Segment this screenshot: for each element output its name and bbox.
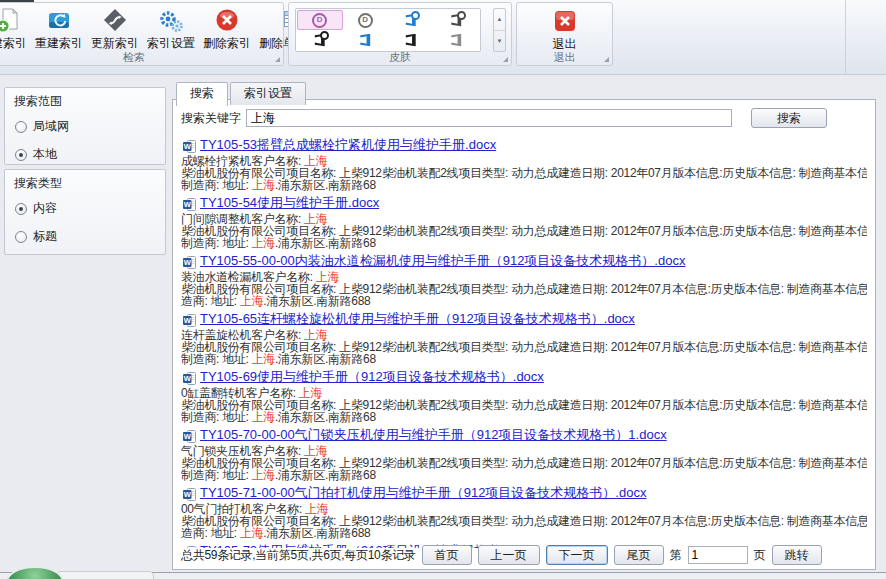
result-link[interactable]: TY105-71-00-00气门拍打机使用与维护手册（912项目设备技术规格书）… — [200, 484, 646, 502]
result-snippet-line: 造商: 地址: 上海.浦东新区.南新路688 — [181, 527, 867, 539]
search-scope-group: 搜索范围 局域网本地 — [4, 87, 166, 165]
first-page-button[interactable]: 首页 — [422, 545, 472, 565]
skin-gallery: DD — [295, 8, 481, 52]
index-settings-icon — [157, 6, 185, 34]
index-settings-label: 索引设置 — [147, 35, 195, 52]
word-document-icon: W — [183, 197, 196, 210]
search-panel: 搜索关键字 搜索 WTY105-53摇臂总成螺栓拧紧机使用与维护手册.docx成… — [172, 99, 876, 570]
result-link[interactable]: TY105-69使用与维护手册（912项目设备技术规格书）.docx — [200, 368, 544, 386]
update-index-icon — [101, 6, 129, 34]
word-document-icon: W — [183, 313, 196, 326]
ribbon-group-skin: DD ▲ ▼ 皮肤 — [288, 2, 512, 66]
update-index-button[interactable]: 更新索引 — [87, 5, 143, 53]
delete-index-button[interactable]: 删除索引 — [199, 5, 255, 53]
result-title-row: WTY105-53摇臂总成螺栓拧紧机使用与维护手册.docx — [181, 137, 867, 153]
dialog-launcher-icon[interactable] — [503, 57, 508, 62]
tab-index-settings[interactable]: 索引设置 — [230, 82, 306, 105]
skin-circle-purple[interactable]: D — [297, 10, 343, 30]
radio-option[interactable]: 局域网 — [15, 118, 156, 135]
skin-office-gray[interactable] — [434, 30, 480, 50]
page-number-input[interactable] — [688, 546, 748, 564]
create-index-button[interactable]: 建索引 — [0, 5, 31, 53]
result-snippet-line: 装油水道检漏机客户名称: 上海 — [181, 271, 867, 283]
records-summary: 总共59条记录,当前第5页,共6页,每页10条记录 — [181, 547, 416, 564]
radio-option[interactable]: 标题 — [15, 228, 156, 245]
delete-index-label: 删除索引 — [203, 35, 251, 52]
page-prefix-label: 第 — [670, 547, 682, 564]
index-settings-button[interactable]: 索引设置 — [143, 5, 199, 53]
search-results: WTY105-53摇臂总成螺栓拧紧机使用与维护手册.docx成螺栓拧紧机客户名称… — [181, 134, 867, 548]
result-item: WTY105-65连杆螺栓旋松机使用与维护手册（912项目设备技术规格书）.do… — [181, 311, 867, 365]
radio-option[interactable]: 内容 — [15, 200, 156, 217]
search-keyword-label: 搜索关键字 — [181, 110, 241, 127]
group-label-skin: 皮肤 — [389, 51, 411, 63]
page-suffix-label: 页 — [754, 547, 766, 564]
delete-index-icon — [213, 6, 241, 34]
dialog-launcher-icon[interactable] — [604, 57, 609, 62]
radio-checked-icon — [15, 203, 27, 215]
search-button[interactable]: 搜索 — [751, 108, 827, 128]
skin-circle-purple-icon: D — [312, 13, 327, 28]
result-title-row: WTY105-71-00-00气门拍打机使用与维护手册（912项目设备技术规格书… — [181, 485, 867, 501]
result-snippet-line: 门间隙调整机客户名称: 上海 — [181, 213, 867, 225]
radio-option-label: 内容 — [33, 200, 57, 217]
radio-checked-icon — [15, 149, 27, 161]
result-link[interactable]: TY105-54使用与维护手册.docx — [200, 194, 379, 212]
dialog-launcher-icon[interactable] — [275, 57, 280, 62]
radio-unchecked-icon — [15, 121, 27, 133]
gallery-scroll-up-icon[interactable]: ▲ — [494, 9, 505, 30]
gallery-scroll-down-icon[interactable]: ▼ — [494, 30, 505, 52]
goto-page-button[interactable]: 跳转 — [772, 545, 822, 565]
radio-option-label: 标题 — [33, 228, 57, 245]
result-snippet-line: 制造商: 地址: 上海.浦东新区.南新路68 — [181, 179, 867, 191]
word-document-icon: W — [183, 139, 196, 152]
skin-office-blue[interactable] — [343, 30, 389, 50]
result-title-row: WTY105-65连杆螺栓旋松机使用与维护手册（912项目设备技术规格书）.do… — [181, 311, 867, 327]
radio-option[interactable]: 本地 — [15, 146, 156, 163]
skin-office-blue-clock-icon — [403, 13, 418, 28]
search-bar: 搜索关键字 搜索 — [181, 108, 867, 128]
ribbon-toolbar: 建索引 重建索引 更新索引 索引设置 — [0, 0, 886, 75]
search-type-title: 搜索类型 — [5, 170, 165, 194]
result-snippet-line: 柴油机股份有限公司项目名称: 上柴912柴油机装配2线项目类型: 动力总成建造日… — [181, 283, 867, 295]
result-snippet-line: 制造商: 地址: 上海.浦东新区.南新路68 — [181, 237, 867, 249]
svg-text:W: W — [184, 432, 192, 441]
result-item: WTY105-54使用与维护手册.docx门间隙调整机客户名称: 上海柴油机股份… — [181, 195, 867, 249]
skin-office-black[interactable] — [388, 30, 434, 50]
result-snippet-line: 柴油机股份有限公司项目名称: 上柴912柴油机装配2线项目类型: 动力总成建造日… — [181, 457, 867, 469]
main-tabs: 搜索 索引设置 — [176, 82, 306, 105]
next-page-button[interactable]: 下一页 — [546, 545, 608, 565]
result-item: WTY105-53摇臂总成螺栓拧紧机使用与维护手册.docx成螺栓拧紧机客户名称… — [181, 137, 867, 191]
result-item: WTY105-71-00-00气门拍打机使用与维护手册（912项目设备技术规格书… — [181, 485, 867, 539]
ribbon-right-divider — [845, 0, 846, 74]
skin-circle-gray[interactable]: D — [343, 10, 389, 30]
svg-text:W: W — [184, 316, 192, 325]
skin-office-blue-icon — [358, 33, 373, 48]
result-snippet-line: 柴油机股份有限公司项目名称: 上柴912柴油机装配2线项目类型: 动力总成建造日… — [181, 167, 867, 179]
search-keyword-input[interactable] — [246, 109, 732, 127]
result-link[interactable]: TY105-53摇臂总成螺栓拧紧机使用与维护手册.docx — [200, 136, 496, 154]
result-snippet-line: 制造商: 地址: 上海.浦东新区.南新路68 — [181, 353, 867, 365]
svg-text:W: W — [184, 200, 192, 209]
ribbon-group-exit: 退出 退出 — [516, 2, 613, 66]
search-type-options: 内容标题 — [5, 194, 165, 262]
update-index-label: 更新索引 — [91, 35, 139, 52]
create-index-label: 建索引 — [0, 35, 27, 52]
result-link[interactable]: TY105-65连杆螺栓旋松机使用与维护手册（912项目设备技术规格书）.doc… — [200, 310, 635, 328]
tab-search[interactable]: 搜索 — [176, 82, 228, 106]
result-title-row: WTY105-55-00-00内装油水道检漏机使用与维护手册（912项目设备技术… — [181, 253, 867, 269]
skin-office-dark-clock[interactable] — [434, 10, 480, 30]
prev-page-button[interactable]: 上一页 — [478, 545, 540, 565]
skin-office-black-clock[interactable] — [297, 30, 343, 50]
last-page-button[interactable]: 尾页 — [614, 545, 664, 565]
result-snippet-line: 制造商: 地址: 上海.浦东新区.南新路68 — [181, 469, 867, 481]
skin-office-blue-clock[interactable] — [388, 10, 434, 30]
rebuild-index-button[interactable]: 重建索引 — [31, 5, 87, 53]
result-link[interactable]: TY105-70-00-00气门锁夹压机使用与维护手册（912项目设备技术规格书… — [200, 426, 667, 444]
word-document-icon: W — [183, 429, 196, 442]
exit-button[interactable]: 退出 — [517, 7, 612, 53]
radio-option-label: 局域网 — [33, 118, 69, 135]
new-index-icon — [0, 6, 23, 34]
skin-office-black-clock-icon — [312, 33, 327, 48]
result-link[interactable]: TY105-55-00-00内装油水道检漏机使用与维护手册（912项目设备技术规… — [200, 252, 685, 270]
